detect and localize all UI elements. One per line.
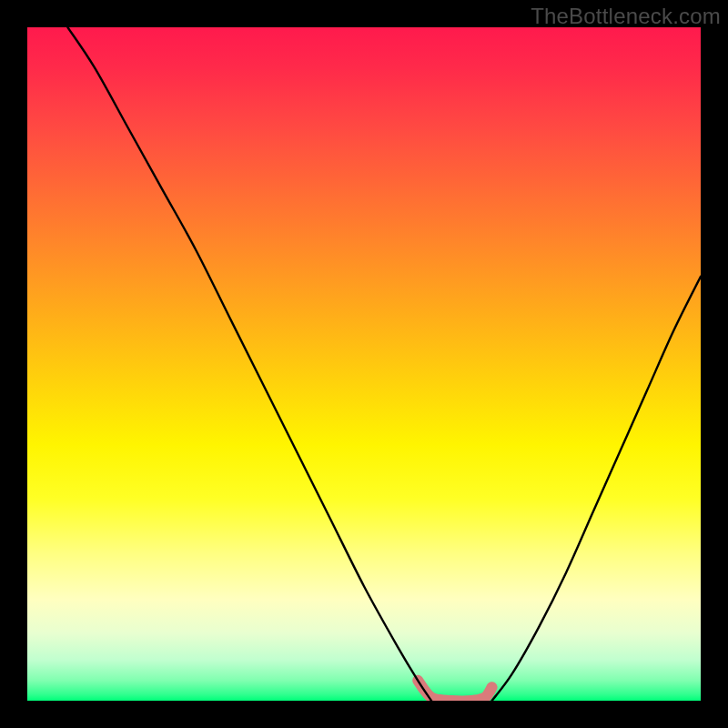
chart-plot-area xyxy=(27,27,701,701)
right-curve-path xyxy=(492,277,701,701)
chart-svg xyxy=(27,27,701,701)
watermark-text: TheBottleneck.com xyxy=(531,4,721,29)
left-curve-path xyxy=(67,27,431,701)
